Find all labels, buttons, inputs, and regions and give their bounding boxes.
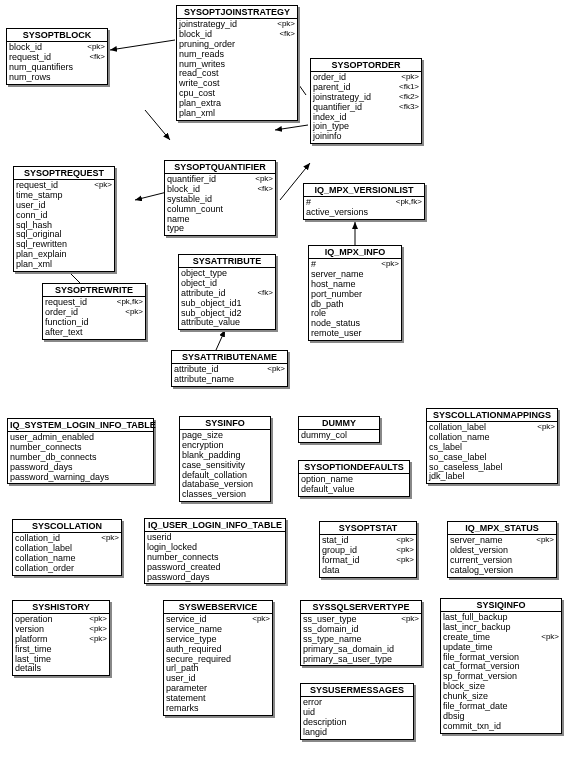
entity-dummy: DUMMY dummy_col: [298, 416, 380, 443]
column-row: plan_xml: [179, 109, 295, 119]
column-key: <pk>: [537, 423, 555, 433]
column-name: classes_version: [182, 490, 252, 500]
entity-sysiqinfo: SYSIQINFO last_full_backuplast_incr_back…: [440, 598, 562, 734]
entity-title: SYSOPTBLOCK: [7, 29, 107, 42]
column-name: jdk_label: [429, 472, 471, 482]
column-name: type: [167, 224, 190, 234]
column-row: data: [322, 566, 414, 576]
entity-title: SYSOPTJOINSTRATEGY: [177, 6, 297, 19]
column-name: num_rows: [9, 73, 57, 83]
entity-sysoptorder: SYSOPTORDER order_id<pk>parent_id<fk1>jo…: [310, 58, 422, 144]
column-name: langid: [303, 728, 333, 738]
column-name: joininfo: [313, 132, 348, 142]
column-key: <pk>: [252, 615, 270, 625]
entity-title: SYSIQINFO: [441, 599, 561, 612]
column-row: dummy_col: [301, 431, 377, 441]
entity-syscollationmappings: SYSCOLLATIONMAPPINGS collation_label<pk>…: [426, 408, 558, 484]
entity-title: SYSATTRIBUTE: [179, 255, 275, 268]
entity-title: IQ_MPX_INFO: [309, 246, 401, 259]
column-key: <fk>: [257, 185, 273, 195]
column-row: primary_sa_user_type: [303, 655, 419, 665]
column-key: <fk>: [279, 30, 295, 40]
column-key: <pk>: [89, 635, 107, 645]
entity-title: SYSOPTREWRITE: [43, 284, 145, 297]
entity-title: SYSHISTORY: [13, 601, 109, 614]
entity-title: SYSUSERMESSAGES: [301, 684, 413, 697]
entity-title: SYSATTRIBUTENAME: [172, 351, 287, 364]
entity-title: SYSOPTQUANTIFIER: [165, 161, 275, 174]
column-name: dummy_col: [301, 431, 353, 441]
svg-line-0: [110, 40, 175, 50]
entity-syswebservice: SYSWEBSERVICE service_id<pk>service_name…: [163, 600, 273, 716]
column-name: catalog_version: [450, 566, 519, 576]
column-name: active_versions: [306, 208, 374, 218]
entity-title: SYSINFO: [180, 417, 270, 430]
entity-sysattribute: SYSATTRIBUTE object_typeobject_idattribu…: [178, 254, 276, 330]
entity-title: SYSWEBSERVICE: [164, 601, 272, 614]
entity-iq-mpx-info: IQ_MPX_INFO #<pk>server_namehost_namepor…: [308, 245, 402, 341]
column-key: <pk>: [381, 260, 399, 270]
entity-title: SYSOPTREQUEST: [14, 167, 114, 180]
column-row: attribute_name: [174, 375, 285, 385]
entity-title: IQ_MPX_VERSIONLIST: [304, 184, 424, 197]
column-name: plan_xml: [16, 260, 58, 270]
entity-syssqlservertype: SYSSQLSERVERTYPE ss_user_type<pk>ss_doma…: [300, 600, 422, 666]
entity-sysoptrequest: SYSOPTREQUEST request_id<pk>time_stampus…: [13, 166, 115, 272]
column-row: error: [303, 698, 411, 708]
column-key: <pk,fk>: [396, 198, 422, 208]
column-name: attribute_value: [181, 318, 246, 328]
entity-title: DUMMY: [299, 417, 379, 430]
column-key: <pk>: [125, 308, 143, 318]
entity-title: SYSOPTSTAT: [320, 522, 416, 535]
column-row: remarks: [166, 704, 270, 714]
column-name: password_warning_days: [10, 473, 115, 483]
column-row: remote_user: [311, 329, 399, 339]
entity-title: SYSOPTIONDEFAULTS: [299, 461, 409, 474]
column-name: remarks: [166, 704, 205, 714]
column-row: password_warning_days: [10, 473, 151, 483]
entity-title: IQ_SYSTEM_LOGIN_INFO_TABLE: [8, 419, 153, 432]
column-name: primary_sa_user_type: [303, 655, 398, 665]
entity-iq-system-login-info-table: IQ_SYSTEM_LOGIN_INFO_TABLE user_admin_en…: [7, 418, 154, 484]
entity-sysoptjoinstrategy: SYSOPTJOINSTRATEGY joinstrategy_id<pk>bl…: [176, 5, 298, 121]
column-row: langid: [303, 728, 411, 738]
column-key: <pk>: [536, 536, 554, 546]
entity-sysattributename: SYSATTRIBUTENAME attribute_id<pk>attribu…: [171, 350, 288, 387]
column-key: <pk>: [101, 534, 119, 544]
entity-iq-mpx-versionlist: IQ_MPX_VERSIONLIST #<pk,fk>active_versio…: [303, 183, 425, 220]
column-row: password_days: [147, 573, 283, 583]
column-key: <pk>: [401, 615, 419, 625]
entity-iq-mpx-status: IQ_MPX_STATUS server_name<pk>oldest_vers…: [447, 521, 557, 578]
entity-syscollation: SYSCOLLATION collation_id<pk>collation_l…: [12, 519, 122, 576]
entity-sysusermessages: SYSUSERMESSAGES erroruiddescriptionlangi…: [300, 683, 414, 740]
entity-sysoptquantifier: SYSOPTQUANTIFIER quantifier_id<pk>block_…: [164, 160, 276, 236]
column-name: after_text: [45, 328, 89, 338]
entity-sysinfo: SYSINFO page_sizeencryptionblank_padding…: [179, 416, 271, 502]
entity-title: SYSCOLLATIONMAPPINGS: [427, 409, 557, 422]
column-name: collation_order: [15, 564, 80, 574]
column-key: <pk>: [267, 365, 285, 375]
entity-iq-user-login-info-table: IQ_USER_LOGIN_INFO_TABLE useridlogin_loc…: [144, 518, 286, 584]
column-row: joininfo: [313, 132, 419, 142]
entity-syshistory: SYSHISTORY operation<pk>version<pk>platf…: [12, 600, 110, 676]
column-name: remote_user: [311, 329, 368, 339]
column-row: catalog_version: [450, 566, 554, 576]
column-row: plan_xml: [16, 260, 112, 270]
svg-line-8: [216, 330, 225, 350]
entity-title: SYSSQLSERVERTYPE: [301, 601, 421, 614]
column-row: collation_order: [15, 564, 119, 574]
column-name: data: [322, 566, 346, 576]
entity-sysoptiondefaults: SYSOPTIONDEFAULTS option_namedefault_val…: [298, 460, 410, 497]
column-row: active_versions: [306, 208, 422, 218]
column-name: details: [15, 664, 47, 674]
column-name: password_days: [147, 573, 216, 583]
column-row: jdk_label: [429, 472, 555, 482]
entity-sysoptrewrite: SYSOPTREWRITE request_id<pk,fk>order_id<…: [42, 283, 146, 340]
entity-title: IQ_USER_LOGIN_INFO_TABLE: [145, 519, 285, 532]
column-name: default_value: [301, 485, 361, 495]
entity-sysoptstat: SYSOPTSTAT stat_id<pk>group_id<pk>format…: [319, 521, 417, 578]
column-row: num_rows: [9, 73, 105, 83]
column-name: attribute_name: [174, 375, 240, 385]
column-key: <fk3>: [399, 103, 419, 113]
entity-title: SYSOPTORDER: [311, 59, 421, 72]
